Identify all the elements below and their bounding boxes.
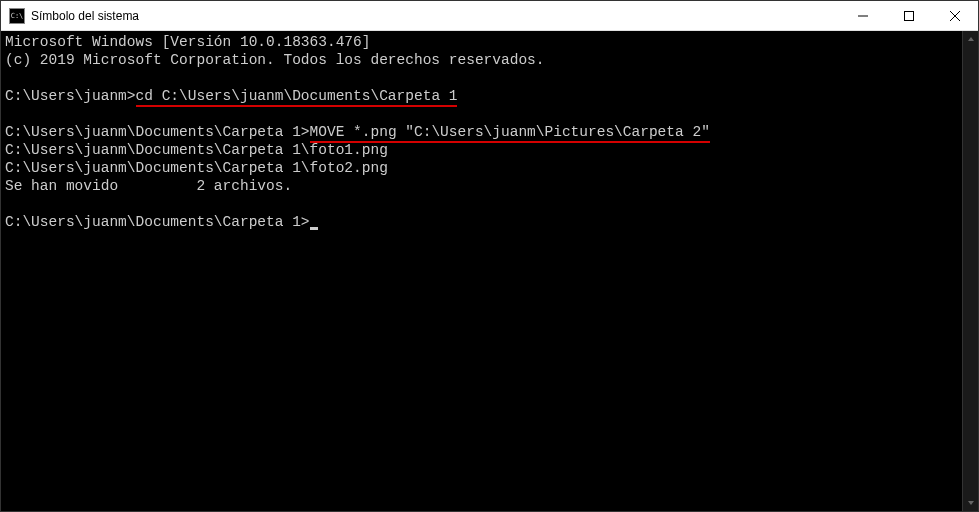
terminal-line: (c) 2019 Microsoft Corporation. Todos lo…: [5, 51, 958, 69]
cmd-window: C:\ Símbolo del sistema Microsoft Window…: [0, 0, 979, 512]
window-controls: [840, 1, 978, 30]
prompt-path: C:\Users\juanm\Documents\Carpeta 1>: [5, 124, 310, 140]
scrollbar[interactable]: [962, 31, 978, 511]
terminal-output-line: C:\Users\juanm\Documents\Carpeta 1\foto2…: [5, 159, 958, 177]
svg-marker-4: [968, 37, 974, 41]
titlebar[interactable]: C:\ Símbolo del sistema: [1, 1, 978, 31]
cursor-icon: [310, 227, 318, 230]
terminal-prompt-line: C:\Users\juanm\Documents\Carpeta 1>: [5, 213, 958, 231]
terminal-blank-line: [5, 105, 958, 123]
prompt-path: C:\Users\juanm>: [5, 88, 136, 104]
terminal-blank-line: [5, 195, 958, 213]
close-button[interactable]: [932, 1, 978, 30]
minimize-button[interactable]: [840, 1, 886, 30]
scrollbar-down-icon[interactable]: [963, 495, 978, 511]
cmd-icon: C:\: [9, 8, 25, 24]
prompt-path: C:\Users\juanm\Documents\Carpeta 1>: [5, 214, 310, 230]
command-underlined: cd C:\Users\juanm\Documents\Carpeta 1: [136, 88, 458, 107]
window-title: Símbolo del sistema: [31, 9, 840, 23]
svg-rect-1: [905, 11, 914, 20]
terminal-prompt-line: C:\Users\juanm>cd C:\Users\juanm\Documen…: [5, 87, 958, 105]
terminal-line: Microsoft Windows [Versión 10.0.18363.47…: [5, 33, 958, 51]
svg-marker-5: [968, 501, 974, 505]
terminal-output-line: C:\Users\juanm\Documents\Carpeta 1\foto1…: [5, 141, 958, 159]
terminal-output-line: Se han movido 2 archivos.: [5, 177, 958, 195]
terminal-prompt-line: C:\Users\juanm\Documents\Carpeta 1>MOVE …: [5, 123, 958, 141]
terminal-body[interactable]: Microsoft Windows [Versión 10.0.18363.47…: [1, 31, 978, 511]
terminal-blank-line: [5, 69, 958, 87]
terminal-content: Microsoft Windows [Versión 10.0.18363.47…: [5, 33, 974, 231]
scrollbar-up-icon[interactable]: [963, 31, 978, 47]
maximize-button[interactable]: [886, 1, 932, 30]
